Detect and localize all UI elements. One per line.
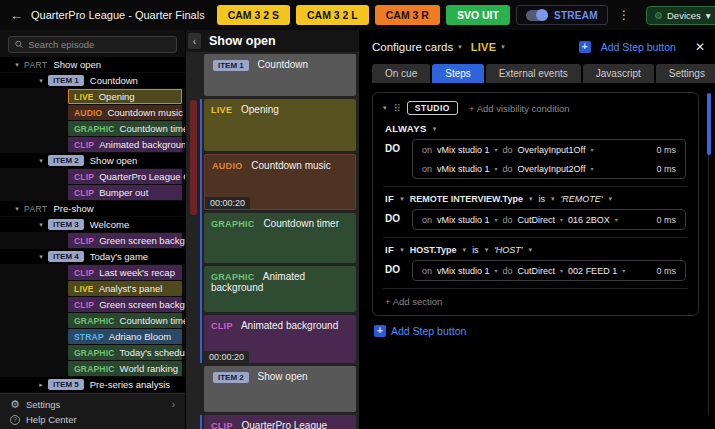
- add-step-button-bottom[interactable]: Add Step button: [391, 325, 466, 337]
- part-row-show-open[interactable]: ▾PARTShow open: [0, 57, 185, 72]
- cam-3-r-button[interactable]: CAM 3 R: [375, 5, 440, 25]
- part-row-pre-show[interactable]: ▾PARTPre-show: [0, 201, 185, 216]
- operator-select[interactable]: is: [472, 245, 479, 255]
- chevron-down-icon[interactable]: ▾: [36, 77, 46, 85]
- card-audio-countdown-music[interactable]: AUDIO Countdown music 00:00:20: [204, 154, 356, 210]
- item-row-2[interactable]: ▾ITEM 2Show open: [0, 153, 185, 168]
- delay-value[interactable]: 0 ms: [656, 215, 676, 225]
- condition-select[interactable]: REMOTE INTERVIEW.Type: [410, 194, 523, 204]
- add-step-plus-icon[interactable]: +: [374, 325, 386, 337]
- settings-menu-item[interactable]: ⚙ Settings ›: [10, 397, 175, 412]
- chevron-down-icon[interactable]: ▾: [36, 221, 46, 229]
- element-row-graphic[interactable]: GRAPHICCountdown timer: [68, 313, 182, 328]
- chevron-down-icon[interactable]: ▾: [12, 205, 22, 213]
- value-select[interactable]: 'HOST': [494, 245, 522, 255]
- chevron-down-icon[interactable]: ▾: [36, 157, 46, 165]
- drag-handle-icon[interactable]: ⠿: [394, 103, 400, 114]
- delay-value[interactable]: 0 ms: [656, 164, 676, 174]
- tab-javascript[interactable]: Javascript: [583, 64, 654, 83]
- chevron-down-icon[interactable]: ▾: [36, 253, 46, 261]
- item-row-5[interactable]: ▸ITEM 5Pre-series analysis: [0, 377, 185, 392]
- condition-select[interactable]: HOST.Type: [410, 245, 457, 255]
- delay-value[interactable]: 0 ms: [656, 266, 676, 276]
- add-section-button[interactable]: + Add section: [383, 289, 688, 315]
- element-row-clip[interactable]: CLIPGreen screen background: [68, 233, 182, 248]
- help-center-menu-item[interactable]: ? Help Center: [10, 412, 175, 427]
- action-select[interactable]: CutDirect: [518, 266, 556, 276]
- target-select[interactable]: 016 2BOX: [568, 215, 610, 225]
- value-select[interactable]: 'REMOTE': [560, 194, 602, 204]
- element-row-strap[interactable]: STRAPAdriano Bloom: [68, 329, 182, 344]
- operator-select[interactable]: is: [538, 194, 545, 204]
- devices-dropdown[interactable]: Devices ▾: [646, 6, 715, 25]
- action-select[interactable]: OverlayInput1Off: [518, 145, 586, 155]
- element-row-live[interactable]: LIVEAnalyst's panel: [68, 281, 182, 296]
- item-card-1[interactable]: ITEM 1 Countdown: [204, 54, 356, 96]
- scroll-indicator[interactable]: [190, 100, 197, 215]
- device-select[interactable]: vMix studio 1: [437, 266, 490, 276]
- search-box[interactable]: [8, 36, 177, 53]
- card-clip-animated-background[interactable]: CLIP Animated background 00:00:20: [204, 315, 356, 363]
- card-type-dropdown[interactable]: LIVE: [471, 41, 497, 53]
- device-select[interactable]: vMix studio 1: [437, 164, 490, 174]
- action-row[interactable]: on vMix studio 1▾ do CutDirect▾ 002 FEED…: [413, 261, 685, 280]
- device-select[interactable]: vMix studio 1: [437, 215, 490, 225]
- element-row-clip[interactable]: CLIPLast week's recap: [68, 265, 182, 280]
- collapse-panel-icon[interactable]: ‹: [188, 33, 201, 49]
- action-select[interactable]: CutDirect: [518, 215, 556, 225]
- item-card-2[interactable]: ITEM 2 Show open: [204, 366, 356, 412]
- tab-external-events[interactable]: External events: [486, 64, 581, 83]
- action-row[interactable]: on vMix studio 1▾ do OverlayInput2Off▾ 0…: [413, 159, 685, 178]
- card-graphic-animated-background[interactable]: GRAPHIC Animated background: [204, 266, 356, 312]
- element-row-graphic[interactable]: GRAPHICCountdown timer: [68, 121, 182, 136]
- item-row-1[interactable]: ▾ITEM 1Countdown: [0, 73, 185, 88]
- item-row-4[interactable]: ▾ITEM 4Today's game: [0, 249, 185, 264]
- search-input[interactable]: [28, 39, 170, 50]
- action-row[interactable]: on vMix studio 1▾ do CutDirect▾ 016 2BOX…: [413, 210, 685, 229]
- element-row-graphic[interactable]: GRAPHICWorld ranking: [68, 361, 182, 376]
- item-row-3[interactable]: ▾ITEM 3Welcome: [0, 217, 185, 232]
- element-row-audio[interactable]: AUDIOCountdown music: [68, 105, 182, 120]
- device-select[interactable]: vMix studio 1: [437, 145, 490, 155]
- delay-value[interactable]: 0 ms: [656, 145, 676, 155]
- add-step-plus-icon[interactable]: +: [579, 41, 591, 53]
- if-keyword[interactable]: IF: [385, 244, 394, 255]
- element-name: Animated background: [99, 139, 185, 150]
- close-icon[interactable]: ✕: [695, 40, 705, 54]
- card-type-label: GRAPHIC: [211, 219, 255, 229]
- chevron-down-icon[interactable]: ▾: [12, 61, 22, 69]
- panel-scrollbar-thumb[interactable]: [707, 93, 711, 155]
- element-row-clip[interactable]: CLIPGreen screen background: [68, 297, 182, 312]
- kebab-menu-icon[interactable]: ⋮: [614, 8, 634, 22]
- cam-3-2-s-button[interactable]: CAM 3 2 S: [217, 5, 290, 25]
- studio-badge[interactable]: STUDIO: [407, 101, 458, 115]
- action-select[interactable]: OverlayInput2Off: [518, 164, 586, 174]
- stream-toggle-button[interactable]: STREAM: [516, 5, 608, 25]
- tab-on-cue[interactable]: On cue: [372, 64, 430, 83]
- chevron-down-icon[interactable]: ▾: [383, 104, 387, 112]
- add-step-button[interactable]: Add Step button: [601, 41, 676, 53]
- element-row-clip[interactable]: CLIPBumper out: [68, 185, 182, 200]
- element-row-live-opening[interactable]: LIVEOpening: [68, 89, 182, 104]
- back-arrow-icon[interactable]: ←: [10, 8, 23, 23]
- always-keyword[interactable]: ALWAYS: [385, 123, 427, 134]
- element-row-clip[interactable]: CLIPAnimated background: [68, 137, 182, 152]
- target-select[interactable]: 002 FEED 1: [568, 266, 617, 276]
- stream-toggle-switch[interactable]: [526, 10, 548, 21]
- tab-settings[interactable]: Settings: [656, 64, 715, 83]
- element-row-graphic[interactable]: GRAPHICToday's schedule: [68, 345, 182, 360]
- svo-uit-button[interactable]: SVO UIT: [446, 5, 510, 25]
- element-row-clip[interactable]: CLIPQuarterPro League Opener: [68, 169, 182, 184]
- chevron-right-icon[interactable]: ▸: [36, 381, 46, 389]
- step-group-header: ▾ ⠿ STUDIO + Add visibility condition: [383, 99, 688, 117]
- add-visibility-condition-button[interactable]: + Add visibility condition: [469, 103, 570, 114]
- card-clip-quarterpro-opener[interactable]: CLIP QuarterPro League Opener: [204, 415, 356, 429]
- cam-3-2-l-button[interactable]: CAM 3 2 L: [296, 5, 369, 25]
- card-live-opening[interactable]: LIVE Opening: [204, 99, 356, 151]
- configure-cards-dropdown[interactable]: Configure cards: [372, 41, 453, 53]
- if-keyword[interactable]: IF: [385, 193, 394, 204]
- action-row[interactable]: on vMix studio 1▾ do OverlayInput1Off▾ 0…: [413, 140, 685, 159]
- duration-badge: 00:00:20: [205, 197, 250, 209]
- card-graphic-countdown-timer[interactable]: GRAPHIC Countdown timer: [204, 213, 356, 263]
- tab-steps[interactable]: Steps: [432, 64, 484, 83]
